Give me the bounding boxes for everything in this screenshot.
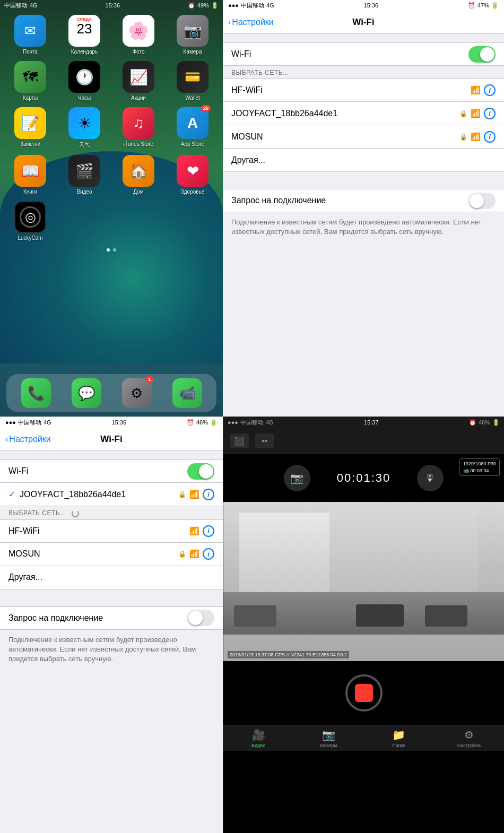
camera-tool-1[interactable]: ⬛: [230, 433, 249, 448]
network-mosun-p3[interactable]: MOSUN 🔒 📶 i: [0, 543, 223, 566]
back-btn-p2[interactable]: ‹ Настройки: [228, 18, 274, 27]
stocks-icon: 📈: [129, 68, 148, 86]
app-health[interactable]: ❤ Здоровье: [169, 155, 216, 195]
network-other-p3[interactable]: Другая...: [0, 566, 223, 589]
network-list-p2: HF-WiFi 📶 i JOOYFACT_18bb26a44de1 🔒 📶 i …: [223, 79, 504, 172]
network-section-header-p2: ВЫБРАТЬ СЕТЬ...: [223, 66, 504, 79]
mosun-name-p2: MOSUN: [231, 132, 263, 142]
hfwifi-signal-p3: 📶: [189, 526, 199, 536]
jooyfact-info-p2[interactable]: i: [484, 108, 496, 119]
network-hfwifi-p2[interactable]: HF-WiFi 📶 i: [223, 79, 504, 102]
app-books-label: Книги: [23, 189, 37, 195]
app-itunes-label: iTunes Store: [124, 141, 153, 147]
hfwifi-info-p3[interactable]: i: [203, 525, 214, 537]
app-luckycam[interactable]: ◎ LuckyCam: [6, 201, 54, 241]
tab-cameras[interactable]: 📷 Камеры: [293, 725, 363, 751]
connected-lock-p3: 🔒: [178, 491, 186, 498]
wifi-section-p3: Wi-Fi ✓ JOOYFACT_18bb26a44de1 🔒 📶 i: [0, 459, 223, 506]
other-name-p3: Другая...: [8, 572, 42, 582]
health-icon: ❤: [187, 162, 199, 180]
dock-settings[interactable]: ⚙ 1: [122, 378, 152, 408]
car-3: [356, 604, 404, 627]
ask-join-section-p3: Запрос на подключение: [0, 606, 223, 630]
nav-title-p2: Wi-Fi: [352, 17, 374, 28]
mosun-info-p3[interactable]: i: [203, 548, 214, 560]
app-notes[interactable]: 📝 Заметки: [6, 107, 54, 149]
car-1: [234, 605, 276, 627]
app-photos-label: Фото: [133, 49, 145, 55]
wifi-toggle-p3[interactable]: [187, 463, 214, 480]
app-wallet[interactable]: 💳 Wallet: [169, 61, 216, 101]
dock-phone[interactable]: 📞: [21, 378, 51, 408]
app-clock[interactable]: 🕐 Часы: [60, 61, 108, 101]
app-calendar[interactable]: Среда 23 Календарь: [60, 15, 108, 55]
camera-tool-2[interactable]: ▪▪: [255, 433, 274, 448]
folders-tab-icon: 📁: [392, 728, 405, 741]
network-mosun-p2[interactable]: MOSUN 🔒 📶 i: [223, 125, 504, 149]
appstore-badge: 26: [201, 105, 211, 111]
wifi-settings-panel-3: ●●● 中国移动 4G 15:36 ⏰ 46% 🔋 ‹ Настройки Wi…: [0, 416, 223, 833]
facetime-icon: 📹: [179, 385, 196, 402]
app-mail[interactable]: ✉ Почта: [6, 15, 54, 55]
timer-display: 00:01:30: [337, 471, 391, 485]
ask-join-cell-p2[interactable]: Запрос на подключение: [223, 189, 504, 212]
app-camera[interactable]: 📷 Камера: [169, 15, 216, 55]
settings-icon: ⚙: [131, 385, 143, 402]
app-home[interactable]: 🏠 Дом: [115, 155, 162, 195]
dock-messages[interactable]: 💬: [72, 378, 101, 408]
hfwifi-name-p3: HF-WiFi: [8, 526, 40, 536]
network-other-p2[interactable]: Другая...: [223, 149, 504, 172]
dock-facetime[interactable]: 📹: [172, 378, 202, 408]
alarm-icon: ⏰: [188, 2, 195, 9]
connected-network-cell-p3[interactable]: ✓ JOOYFACT_18bb26a44de1 🔒 📶 i: [0, 483, 223, 506]
sd-card-2-icon: ▪▪: [262, 436, 267, 446]
mosun-signal-p3: 📶: [189, 549, 199, 559]
wifi-toggle-p2[interactable]: [468, 46, 496, 63]
camera-tab-bar: 🎥 Видео 📷 Камеры 📁 Папки ⚙ Настройка: [223, 725, 504, 751]
record-button[interactable]: [345, 674, 383, 711]
mosun-name-p3: MOSUN: [8, 549, 40, 559]
connected-info-p3[interactable]: i: [203, 489, 214, 500]
video-tab-icon: 🎥: [252, 728, 265, 741]
camera-video-feed: 2019/01/23 15:37:08 GPS:A N2241.76 E1135…: [223, 502, 504, 661]
camera-controls-area: 📷 00:01:30 🎙 1920*1080 P30 📹 00:03:34: [223, 454, 504, 502]
app-photos[interactable]: 🌸 Фото: [115, 15, 162, 55]
battery-label: 49%: [197, 2, 209, 8]
record-stop-icon: [355, 684, 373, 702]
network-p3: 4G: [44, 419, 51, 426]
app-maps[interactable]: 🗺 Карты: [6, 61, 54, 101]
app-appstore[interactable]: A 26 App Store: [169, 107, 216, 149]
app-video[interactable]: 🎬 Видео: [60, 155, 108, 195]
hfwifi-info-p2[interactable]: i: [484, 84, 496, 96]
status-bar-p2: ●●● 中国移动 4G 15:36 ⏰ 47% 🔋: [223, 0, 504, 11]
ask-join-toggle-p3[interactable]: [187, 610, 214, 626]
jooyfact-name-p2: JOOYFACT_18bb26a44de1: [231, 109, 337, 118]
ask-join-toggle-p2[interactable]: [468, 193, 496, 209]
app-itunes[interactable]: ♫ iTunes Store: [115, 107, 162, 149]
time-p4: 15:37: [364, 419, 379, 426]
settings-tab-label: Настройка: [457, 743, 481, 748]
wifi-toggle-cell-p2[interactable]: Wi-Fi: [223, 42, 504, 66]
mic-btn[interactable]: 🎙: [417, 465, 444, 491]
network-hfwifi-p3[interactable]: HF-WiFi 📶 i: [0, 519, 223, 543]
tab-folders[interactable]: 📁 Папки: [364, 725, 434, 751]
alarm-p3: ⏰: [187, 419, 194, 426]
app-books[interactable]: 📖 Книги: [6, 155, 54, 195]
mosun-info-p2[interactable]: i: [484, 131, 496, 143]
tab-settings[interactable]: ⚙ Настройка: [434, 725, 504, 751]
battery-icon-p3: 🔋: [210, 419, 218, 426]
app-weather[interactable]: ☀ 天气: [60, 107, 108, 149]
wifi-toggle-cell-p3[interactable]: Wi-Fi: [0, 459, 223, 483]
back-btn-p3[interactable]: ‹ Настройки: [5, 435, 51, 444]
settings-tab-icon: ⚙: [464, 728, 474, 741]
back-label-p2: Настройки: [232, 18, 273, 27]
sd-card-icon: ⬛: [234, 436, 245, 446]
app-stocks[interactable]: 📈 Акции: [115, 61, 162, 101]
alarm-p2: ⏰: [468, 2, 475, 9]
mosun-signal-p2: 📶: [471, 132, 481, 142]
ask-join-cell-p3[interactable]: Запрос на подключение: [0, 606, 223, 630]
network-jooyfact-p2[interactable]: JOOYFACT_18bb26a44de1 🔒 📶 i: [223, 102, 504, 125]
tab-video[interactable]: 🎥 Видео: [223, 725, 293, 751]
snapshot-btn[interactable]: 📷: [284, 465, 310, 491]
ask-join-label-p3: Запрос на подключение: [8, 613, 103, 623]
